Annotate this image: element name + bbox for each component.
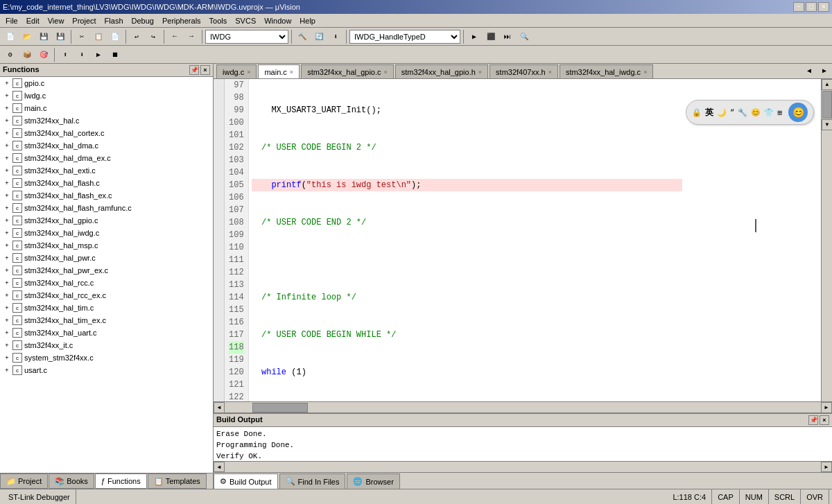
step-over-btn[interactable]: ⏭ [500, 29, 515, 44]
tree-item-tim[interactable]: + c stm32f4xx_hal_tim.c [0, 302, 213, 314]
tree-item-iwdg[interactable]: + c stm32f4xx_hal_iwdg.c [0, 227, 213, 239]
menu-edit[interactable]: Edit [22, 15, 44, 26]
sidebar-tab-templates[interactable]: 📋 Templates [148, 473, 207, 489]
tab-main-close[interactable]: × [290, 69, 293, 76]
maximize-button[interactable]: □ [806, 2, 817, 12]
tree-item-msp[interactable]: + c stm32f4xx_hal_msp.c [0, 239, 213, 252]
menu-help[interactable]: Help [295, 15, 320, 26]
sidebar-pin-btn[interactable]: 📌 [189, 65, 199, 75]
tree-item-uart[interactable]: + c stm32f4xx_hal_uart.c [0, 327, 213, 339]
build-close-btn[interactable]: × [820, 415, 829, 425]
build-scroll-track[interactable] [225, 462, 821, 472]
rebuild-btn[interactable]: 🔄 [311, 29, 327, 44]
undo-btn[interactable]: ↩ [129, 29, 144, 44]
tab-main[interactable]: main.c × [258, 64, 300, 78]
tab-iwdg[interactable]: iwdg.c × [216, 64, 257, 78]
tab-407[interactable]: stm32f407xx.h × [489, 64, 558, 78]
h-scroll-thumb[interactable] [252, 403, 308, 412]
tree-item-cortex[interactable]: + c stm32f4xx_hal_cortex.c [0, 127, 213, 139]
t2-btn5[interactable]: ⬇ [74, 47, 89, 62]
save-all-btn[interactable]: 💾 [53, 29, 68, 44]
menu-debug[interactable]: Debug [128, 15, 158, 26]
t2-btn1[interactable]: ⚙ [3, 47, 18, 62]
h-scroll-right-btn[interactable]: ▶ [821, 402, 832, 413]
debug-stop-btn[interactable]: ⬛ [483, 29, 499, 44]
open-btn[interactable]: 📂 [19, 29, 35, 44]
menu-flash[interactable]: Flash [101, 15, 128, 26]
tab-iwdg-close[interactable]: × [247, 69, 250, 76]
bottom-tab-browser[interactable]: 🌐 Browser [347, 473, 399, 489]
tree-item-dma[interactable]: + c stm32f4xx_hal_dma.c [0, 139, 213, 152]
build-h-scrollbar[interactable]: ◀ ▶ [214, 461, 832, 472]
h-scrollbar[interactable]: ◀ ▶ [214, 401, 832, 412]
sidebar-close-btn[interactable]: × [200, 65, 210, 75]
debug-start-btn[interactable]: ▶ [467, 29, 482, 44]
code-editor[interactable]: 97 98 99 100 101 102 103 104 105 106 107… [214, 79, 832, 401]
paste-btn[interactable]: 📄 [107, 29, 123, 44]
tree-item-usart[interactable]: + c usart.c [0, 364, 213, 376]
tab-407-close[interactable]: × [548, 69, 552, 76]
tree-item-hal[interactable]: + c stm32f4xx_hal.c [0, 114, 213, 127]
tree-item-flash[interactable]: + c stm32f4xx_hal_flash.c [0, 177, 213, 189]
ime-avatar[interactable]: 😊 [788, 103, 808, 122]
search-btn[interactable]: 🔍 [517, 29, 532, 44]
build-pin-btn[interactable]: 📌 [808, 415, 818, 425]
sidebar-tab-books[interactable]: 📚 Books [49, 473, 94, 489]
t2-btn2[interactable]: 📦 [19, 47, 35, 62]
tree-item-main[interactable]: + c main.c [0, 102, 213, 114]
t2-btn4[interactable]: ⬆ [58, 47, 73, 62]
menu-window[interactable]: Window [260, 15, 295, 26]
t2-btn6[interactable]: ▶ [91, 47, 106, 62]
tree-item-pwr-ex[interactable]: + c stm32f4xx_hal_pwr_ex.c [0, 264, 213, 277]
tab-iwdg-c[interactable]: stm32f4xx_hal_iwdg.c × [560, 64, 654, 78]
copy-btn[interactable]: 📋 [91, 29, 106, 44]
tab-gpio-h-close[interactable]: × [478, 69, 482, 76]
tree-item-it[interactable]: + c stm32f4xx_it.c [0, 339, 213, 351]
tree-item-system[interactable]: + c system_stm32f4xx.c [0, 351, 213, 364]
build-scroll-left[interactable]: ◀ [214, 462, 225, 472]
tree-item-dma-ex[interactable]: + c stm32f4xx_hal_dma_ex.c [0, 152, 213, 164]
build-btn[interactable]: 🔨 [295, 29, 310, 44]
tree-item-gpio[interactable]: + c gpio.c [0, 77, 213, 89]
menu-peripherals[interactable]: Peripherals [158, 15, 205, 26]
sidebar-tab-functions[interactable]: ƒ Functions [95, 473, 147, 489]
tab-gpio-c[interactable]: stm32f4xx_hal_gpio.c × [301, 64, 394, 78]
save-btn[interactable]: 💾 [36, 29, 51, 44]
new-file-btn[interactable]: 📄 [3, 29, 18, 44]
scroll-track[interactable] [822, 90, 832, 119]
minimize-button[interactable]: − [793, 2, 804, 12]
scroll-up-btn[interactable]: ▲ [822, 79, 832, 90]
code-content[interactable]: MX_USART3_UART_Init(); /* USER CODE BEGI… [249, 79, 682, 401]
cut-btn[interactable]: ✂ [74, 29, 89, 44]
menu-view[interactable]: View [44, 15, 69, 26]
target-dropdown[interactable]: IWDG [205, 30, 288, 44]
tab-gpio-h[interactable]: stm32f4xx_hal_gpio.h × [395, 64, 488, 78]
menu-svcs[interactable]: SVCS [231, 15, 260, 26]
bottom-tab-build-output[interactable]: ⚙ Build Output [214, 473, 278, 489]
t2-btn7[interactable]: ⏹ [107, 47, 123, 62]
t2-btn3[interactable]: 🎯 [36, 47, 51, 62]
tab-gpio-c-close[interactable]: × [384, 69, 388, 76]
close-button[interactable]: × [818, 2, 829, 12]
download-btn[interactable]: ⬇ [328, 29, 343, 44]
menu-project[interactable]: Project [68, 15, 100, 26]
tab-scroll-left[interactable]: ◀ [801, 64, 817, 78]
sidebar-tab-project[interactable]: 📁 Project [0, 473, 48, 489]
tab-iwdg-c-close[interactable]: × [643, 69, 647, 76]
h-scroll-track[interactable] [225, 402, 821, 413]
menu-file[interactable]: File [1, 15, 22, 26]
bottom-tab-find-files[interactable]: 🔍 Find In Files [279, 473, 346, 489]
scroll-down-btn[interactable]: ▼ [822, 119, 832, 130]
redo-btn[interactable]: ↪ [146, 29, 161, 44]
tree-item-exti[interactable]: + c stm32f4xx_hal_exti.c [0, 164, 213, 177]
tree-item-lwdg[interactable]: + c lwdg.c [0, 89, 213, 102]
tree-item-flash-ex[interactable]: + c stm32f4xx_hal_flash_ex.c [0, 189, 213, 202]
tree-item-flash-ram[interactable]: + c stm32f4xx_hal_flash_ramfunc.c [0, 202, 213, 214]
h-scroll-left-btn[interactable]: ◀ [214, 402, 225, 413]
tree-item-rcc-ex[interactable]: + c stm32f4xx_hal_rcc_ex.c [0, 289, 213, 302]
tree-item-tim-ex[interactable]: + c stm32f4xx_hal_tim_ex.c [0, 314, 213, 327]
build-scroll-right[interactable]: ▶ [821, 462, 832, 472]
nav-fwd-btn[interactable]: → [184, 29, 199, 44]
scroll-thumb[interactable] [822, 91, 832, 119]
tree-item-gpio-c[interactable]: + c stm32f4xx_hal_gpio.c [0, 214, 213, 227]
